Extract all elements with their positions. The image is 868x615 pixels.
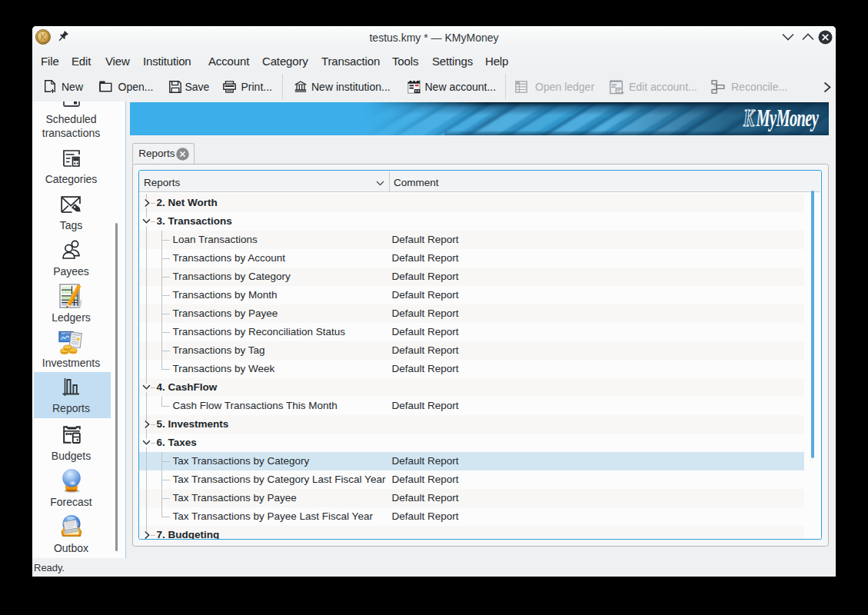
svg-text:K: K xyxy=(743,104,755,131)
svg-text:MyMoney: MyMoney xyxy=(756,105,819,131)
svg-text:MARKET: MARKET xyxy=(61,332,72,335)
